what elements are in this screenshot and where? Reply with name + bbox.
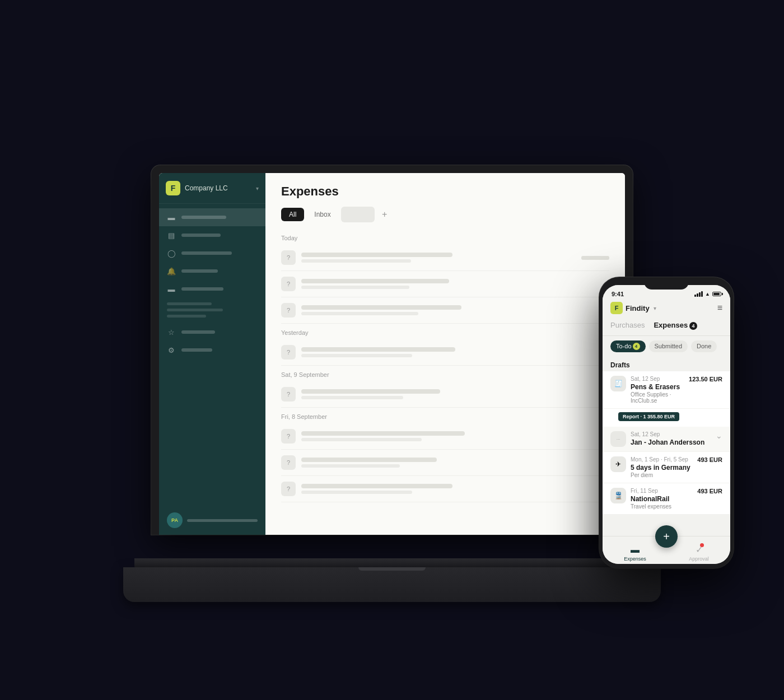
hamburger-menu-icon[interactable]: ≡ — [717, 303, 722, 313]
phone-section-drafts: Drafts — [603, 357, 730, 371]
expense-icon: ? — [281, 303, 296, 318]
item-title: 5 days in Germany — [631, 464, 693, 472]
phone-tab-expenses[interactable]: Expenses4 — [654, 321, 697, 330]
phone-tab-purchases[interactable]: Purchases — [610, 321, 645, 330]
list-item[interactable]: ✈ Mon, 1 Sep · Fri, 5 Sep 5 days in Germ… — [603, 452, 730, 483]
bell-icon: 🔔 — [167, 267, 176, 276]
phone-time: 9:41 — [612, 291, 624, 297]
item-content: Fri, 11 Sep NationalRail Travel expenses — [631, 488, 693, 510]
list-item[interactable]: ··· Sat, 12 Sep Jan - Johan Andersson ⌄ — [603, 427, 730, 451]
tab-inbox[interactable]: Inbox — [306, 208, 338, 221]
phone-status-icons: ▲ — [694, 291, 721, 297]
expense-bars — [301, 484, 609, 494]
list-item[interactable]: 🚆 Fri, 11 Sep NationalRail Travel expens… — [603, 483, 730, 514]
expense-bar-main — [301, 305, 461, 310]
nav-approval-label: Approval — [689, 556, 709, 562]
phone-main-tabs: Purchases Expenses4 — [603, 319, 730, 336]
fab-add-button[interactable]: + — [655, 525, 678, 548]
laptop: F Company LLC ▾ ▬ ▤ — [134, 165, 650, 602]
table-row[interactable]: ? — [281, 423, 609, 450]
item-date: Fri, 11 Sep — [631, 488, 693, 494]
expense-bar-sub — [301, 286, 409, 289]
signal-bar-4 — [701, 291, 703, 297]
footer-user-bar — [187, 519, 258, 522]
sidebar-item-star[interactable]: ☆ — [159, 323, 265, 341]
item-content: Sat, 12 Sep Pens & Erasers Office Suppli… — [631, 376, 684, 404]
content-body: Today ? ? — [265, 229, 625, 535]
approval-nav-icon: ✓ — [696, 544, 703, 555]
phone-filter-row: To-do4 Submitted Done — [603, 336, 730, 357]
filter-submitted-button[interactable]: Submitted — [649, 340, 688, 353]
table-row[interactable]: ? — [281, 450, 609, 476]
item-title: NationalRail — [631, 495, 693, 503]
signal-bar-3 — [699, 292, 701, 297]
expense-status — [581, 256, 609, 260]
chevron-down-icon: ⌄ — [716, 431, 722, 440]
expense-bars — [301, 458, 609, 468]
dots-icon: ··· — [610, 431, 626, 447]
expense-bar-main — [301, 458, 437, 462]
laptop-screen: F Company LLC ▾ ▬ ▤ — [159, 173, 625, 535]
expense-bars — [301, 305, 609, 315]
filter-done-button[interactable]: Done — [691, 340, 717, 353]
wallet-icon: ▬ — [167, 284, 176, 293]
receipt-icon: 🧾 — [610, 376, 626, 391]
phone-app-logo[interactable]: F Findity ▾ — [610, 302, 656, 314]
expense-bar-main — [301, 347, 455, 352]
sidebar-item-person[interactable]: ◯ — [159, 244, 265, 262]
table-row[interactable]: ? — [281, 339, 609, 366]
item-amount: 493 EUR — [697, 488, 722, 494]
table-row[interactable]: ? — [281, 245, 609, 271]
sidebar-item-card[interactable]: ▬ — [159, 208, 265, 226]
expense-icon: ? — [281, 250, 296, 265]
train-icon: 🚆 — [610, 488, 626, 503]
nav-expenses[interactable]: ▬ Expenses — [624, 545, 646, 562]
nav-approval[interactable]: ✓ Approval — [689, 544, 709, 562]
sidebar-company-label: Company LLC — [185, 184, 251, 192]
phone: 9:41 ▲ F Fin — [599, 277, 734, 568]
section-sat9: Sat, 9 September — [281, 366, 609, 381]
sidebar-label-bar — [181, 348, 212, 352]
sidebar-item-document[interactable]: ▤ — [159, 226, 265, 244]
expense-bar-sub — [301, 354, 412, 357]
sidebar-item-bell[interactable]: 🔔 — [159, 262, 265, 280]
sidebar-label-bar — [181, 251, 232, 255]
sidebar-logo: F — [166, 181, 180, 195]
item-amount: 123.50 EUR — [689, 376, 722, 382]
item-date: Sat, 12 Sep — [631, 376, 684, 382]
sidebar-label-bar — [181, 216, 226, 219]
table-row[interactable]: ? — [281, 271, 609, 297]
sidebar-header[interactable]: F Company LLC ▾ — [159, 173, 265, 204]
person-icon: ◯ — [167, 249, 176, 258]
item-date: Mon, 1 Sep · Fri, 5 Sep — [631, 456, 693, 463]
filter-todo-button[interactable]: To-do4 — [610, 340, 646, 353]
table-row[interactable]: ? — [281, 476, 609, 502]
main-content: Expenses All Inbox + Today ? — [265, 173, 625, 535]
chevron-down-icon: ▾ — [256, 185, 259, 192]
sidebar-item-wallet[interactable]: ▬ — [159, 280, 265, 298]
list-item[interactable]: 🧾 Sat, 12 Sep Pens & Erasers Office Supp… — [603, 371, 730, 408]
phone-bottom-nav: ▬ Expenses + ✓ Approval — [603, 536, 730, 564]
card-icon: ▬ — [167, 213, 176, 222]
item-content: Sat, 12 Sep Jan - Johan Andersson — [631, 431, 709, 447]
report-tag: Report · 1 355.80 EUR — [618, 412, 679, 421]
expense-bar-sub — [301, 312, 418, 315]
phone-app-header: F Findity ▾ ≡ — [603, 300, 730, 319]
battery-fill — [713, 293, 720, 295]
expense-icon: ? — [281, 277, 296, 291]
tab-all[interactable]: All — [281, 208, 304, 221]
sidebar-item-settings[interactable]: ⚙ — [159, 341, 265, 359]
sidebar-footer: PA — [159, 506, 265, 535]
table-row[interactable]: ? — [281, 297, 609, 324]
item-subtitle: Travel expenses — [631, 503, 693, 510]
table-row[interactable]: ? — [281, 381, 609, 408]
item-date: Sat, 12 Sep — [631, 431, 709, 437]
expenses-nav-icon: ▬ — [631, 545, 640, 555]
sidebar-nav: ▬ ▤ ◯ 🔔 — [159, 204, 265, 506]
item-amount: 493 EUR — [697, 456, 722, 463]
expense-bar-main — [301, 484, 452, 488]
sidebar: F Company LLC ▾ ▬ ▤ — [159, 173, 265, 535]
expense-bars — [301, 389, 609, 399]
tab-add-button[interactable]: + — [377, 207, 393, 222]
page-title: Expenses — [281, 184, 609, 199]
